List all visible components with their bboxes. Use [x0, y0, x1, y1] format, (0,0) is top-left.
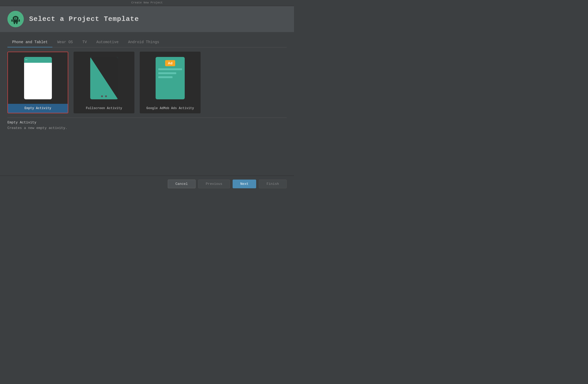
svg-rect-8: [19, 19, 20, 22]
description-area: Empty Activity Creates a new empty activ…: [7, 118, 287, 134]
main-content: Phone and Tablet Wear OS TV Automotive A…: [0, 32, 294, 134]
svg-point-11: [15, 18, 16, 19]
title-bar-text: Create New Project: [131, 1, 163, 4]
phone-mockup: ←: [24, 57, 52, 99]
android-logo: [7, 11, 24, 27]
back-arrow-icon: ←: [26, 58, 28, 62]
ad-line-2: [158, 72, 176, 74]
templates-grid: ← Empty Activity ← ⤢: [7, 52, 287, 113]
description-text: Creates a new empty activity.: [7, 126, 287, 130]
description-title: Empty Activity: [7, 120, 287, 124]
ad-badge: Ad: [165, 60, 175, 66]
header: Select a Project Template: [0, 6, 294, 32]
admob-activity-label: Google AdMob Ads Activity: [140, 104, 200, 113]
tab-android-things[interactable]: Android Things: [123, 37, 164, 47]
ad-line-3: [158, 76, 173, 78]
finish-button[interactable]: Finish: [259, 180, 287, 188]
template-admob-activity[interactable]: Ad Google AdMob Ads Activity: [140, 52, 201, 113]
dot-2: [105, 95, 107, 97]
template-fullscreen-activity[interactable]: ← ⤢ Fullscreen Activity: [74, 52, 134, 113]
svg-rect-9: [14, 22, 15, 24]
svg-rect-6: [13, 19, 18, 23]
tab-phone-tablet[interactable]: Phone and Tablet: [7, 37, 52, 47]
header-title: Select a Project Template: [29, 15, 139, 23]
previous-button[interactable]: Previous: [198, 180, 230, 188]
tab-automotive[interactable]: Automotive: [92, 37, 123, 47]
dot-1: [101, 95, 103, 97]
ad-line-1: [158, 68, 182, 70]
cancel-button[interactable]: Cancel: [168, 180, 196, 188]
fullscreen-activity-preview: ← ⤢: [74, 52, 134, 104]
empty-activity-preview: ←: [8, 52, 68, 104]
empty-activity-label: Empty Activity: [8, 104, 68, 113]
next-button[interactable]: Next: [233, 180, 256, 188]
tabs-container: Phone and Tablet Wear OS TV Automotive A…: [7, 37, 287, 47]
svg-rect-10: [16, 22, 17, 24]
admob-activity-preview: Ad: [140, 52, 200, 104]
title-bar: Create New Project: [0, 0, 294, 6]
fs-diagonal: [90, 57, 118, 99]
phone-toolbar: ←: [24, 57, 52, 63]
template-empty-activity[interactable]: ← Empty Activity: [7, 52, 68, 113]
fs-bottom-dots: [101, 95, 107, 97]
phone-screen: [24, 63, 52, 99]
footer: Cancel Previous Next Finish: [0, 176, 294, 192]
android-icon: [10, 14, 21, 25]
fullscreen-mockup: ← ⤢: [90, 57, 118, 99]
fullscreen-activity-label: Fullscreen Activity: [74, 104, 134, 113]
tab-tv[interactable]: TV: [78, 37, 92, 47]
svg-rect-7: [11, 19, 13, 22]
admob-mockup: Ad: [156, 57, 185, 99]
tab-wear-os[interactable]: Wear OS: [52, 37, 78, 47]
